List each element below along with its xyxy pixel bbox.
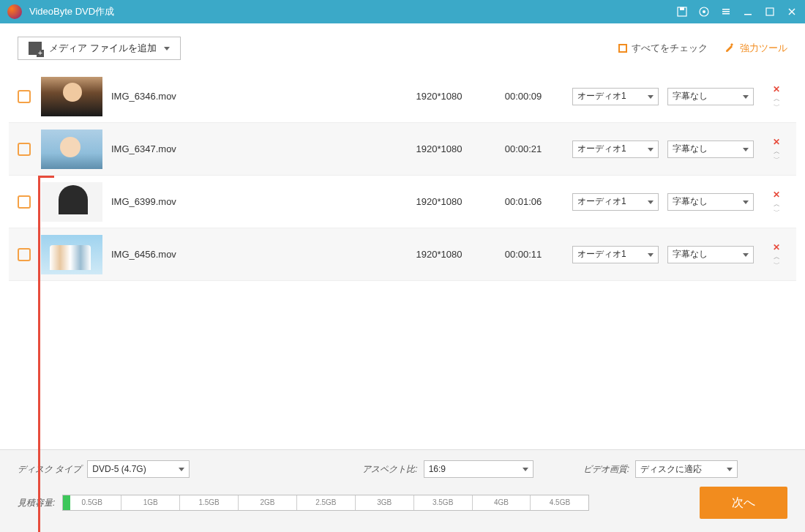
audio-select[interactable]: オーディオ1: [572, 246, 659, 263]
capacity-tick: 0.5GB: [63, 495, 121, 510]
subtitle-select[interactable]: 字幕なし: [667, 193, 754, 211]
svg-rect-1: [680, 7, 684, 10]
check-all-button[interactable]: すべてをチェック: [618, 42, 708, 55]
file-row: IMG_6346.mov1920*108000:00:09オーディオ1字幕なし✕…: [9, 70, 796, 123]
help-icon[interactable]: [698, 6, 710, 18]
file-name: IMG_6399.mov: [111, 196, 395, 207]
add-media-button[interactable]: メディア ファイルを追加: [18, 37, 181, 60]
dropdown-caret-icon: [743, 253, 749, 257]
dropdown-caret-icon: [727, 468, 733, 471]
check-all-label: すべてをチェック: [632, 42, 708, 55]
capacity-tick: 4.5GB: [531, 495, 588, 510]
audio-value: オーディオ1: [577, 143, 626, 155]
dropdown-caret-icon: [743, 148, 749, 151]
disc-type-select[interactable]: DVD-5 (4.7G): [87, 460, 190, 478]
delete-icon[interactable]: ✕: [773, 137, 780, 147]
file-checkbox[interactable]: [18, 143, 31, 156]
file-resolution: 1920*1080: [395, 143, 483, 154]
capacity-tick: 2GB: [239, 495, 297, 510]
row-controls: ✕︿﹀: [765, 137, 787, 162]
file-thumbnail[interactable]: [41, 77, 102, 116]
audio-value: オーディオ1: [577, 90, 626, 102]
move-up-icon[interactable]: ︿: [774, 96, 780, 102]
svg-rect-5: [722, 11, 730, 12]
quality-select[interactable]: ディスクに適応: [635, 460, 738, 478]
capacity-tick: 4GB: [473, 495, 531, 510]
svg-rect-7: [744, 14, 752, 15]
file-checkbox[interactable]: [18, 195, 31, 209]
wrench-icon: [724, 42, 735, 54]
maximize-icon[interactable]: [764, 6, 776, 18]
move-down-icon[interactable]: ﹀: [774, 209, 780, 214]
annotation-line: [38, 177, 40, 532]
disc-type-label: ディスク タイプ: [18, 463, 81, 476]
next-button[interactable]: 次へ: [700, 487, 787, 519]
delete-icon[interactable]: ✕: [773, 190, 780, 200]
move-up-icon[interactable]: ︿: [774, 201, 780, 207]
file-row: IMG_6399.mov1920*108000:01:06オーディオ1字幕なし✕…: [9, 176, 796, 228]
audio-value: オーディオ1: [577, 195, 626, 208]
dropdown-caret-icon: [523, 468, 528, 471]
dropdown-caret-icon: [648, 95, 654, 99]
delete-icon[interactable]: ✕: [773, 84, 780, 94]
svg-point-11: [726, 50, 727, 52]
file-resolution: 1920*1080: [395, 249, 483, 260]
subtitle-value: 字幕なし: [673, 248, 708, 261]
bottom-panel: ディスク タイプ DVD-5 (4.7G) アスペクト比: 16:9 ビデオ画質…: [0, 449, 805, 532]
power-tools-label: 強力ツール: [740, 42, 787, 55]
window-controls: [676, 6, 798, 18]
power-tools-button[interactable]: 強力ツール: [724, 42, 787, 55]
file-name: IMG_6347.mov: [111, 143, 395, 154]
svg-point-3: [703, 10, 705, 13]
aspect-value: 16:9: [429, 464, 446, 474]
capacity-row: 見積容量: 0.5GB1GB1.5GB2GB2.5GB3GB3.5GB4GB4.…: [18, 487, 787, 519]
options-row: ディスク タイプ DVD-5 (4.7G) アスペクト比: 16:9 ビデオ画質…: [18, 460, 787, 478]
svg-rect-4: [722, 9, 730, 10]
quality-label: ビデオ画質:: [583, 463, 629, 476]
file-duration: 00:00:09: [483, 91, 564, 102]
capacity-tick: 2.5GB: [297, 495, 356, 510]
file-name: IMG_6346.mov: [111, 91, 395, 102]
move-up-icon[interactable]: ︿: [774, 149, 780, 154]
subtitle-value: 字幕なし: [673, 143, 708, 155]
file-row: IMG_6456.mov1920*108000:00:11オーディオ1字幕なし✕…: [9, 228, 796, 281]
aspect-select[interactable]: 16:9: [424, 460, 533, 478]
move-down-icon[interactable]: ﹀: [774, 261, 780, 267]
file-thumbnail[interactable]: [41, 130, 102, 169]
subtitle-select[interactable]: 字幕なし: [667, 141, 754, 158]
save-icon[interactable]: [676, 6, 688, 18]
svg-rect-8: [766, 8, 774, 15]
file-thumbnail[interactable]: [41, 235, 102, 274]
move-down-icon[interactable]: ﹀: [774, 156, 780, 162]
subtitle-value: 字幕なし: [673, 195, 708, 208]
delete-icon[interactable]: ✕: [773, 242, 780, 252]
move-up-icon[interactable]: ︿: [774, 254, 780, 260]
subtitle-select[interactable]: 字幕なし: [667, 88, 754, 105]
capacity-tick: 3.5GB: [414, 495, 473, 510]
row-controls: ✕︿﹀: [765, 84, 787, 109]
file-thumbnail[interactable]: [41, 182, 102, 222]
audio-select[interactable]: オーディオ1: [572, 141, 659, 158]
add-media-label: メディア ファイルを追加: [49, 42, 157, 55]
minimize-icon[interactable]: [742, 6, 754, 18]
file-row: IMG_6347.mov1920*108000:00:21オーディオ1字幕なし✕…: [9, 123, 796, 176]
row-controls: ✕︿﹀: [765, 190, 787, 214]
capacity-tick: 1GB: [121, 495, 180, 510]
audio-select[interactable]: オーディオ1: [572, 193, 659, 211]
file-name: IMG_6456.mov: [111, 249, 395, 260]
menu-icon[interactable]: [720, 6, 732, 18]
file-checkbox[interactable]: [18, 248, 31, 261]
move-down-icon[interactable]: ﹀: [774, 103, 780, 109]
titlebar: VideoByte DVD作成: [0, 0, 805, 23]
dropdown-caret-icon: [179, 468, 184, 471]
file-resolution: 1920*1080: [395, 91, 483, 102]
toolbar: メディア ファイルを追加 すべてをチェック 強力ツール: [0, 23, 805, 70]
audio-select[interactable]: オーディオ1: [572, 88, 659, 105]
app-logo-icon: [7, 4, 22, 19]
file-duration: 00:01:06: [483, 196, 564, 207]
disc-type-value: DVD-5 (4.7G): [92, 464, 146, 474]
row-controls: ✕︿﹀: [765, 242, 787, 267]
close-icon[interactable]: [786, 6, 798, 18]
file-checkbox[interactable]: [18, 90, 31, 103]
subtitle-select[interactable]: 字幕なし: [667, 246, 754, 263]
